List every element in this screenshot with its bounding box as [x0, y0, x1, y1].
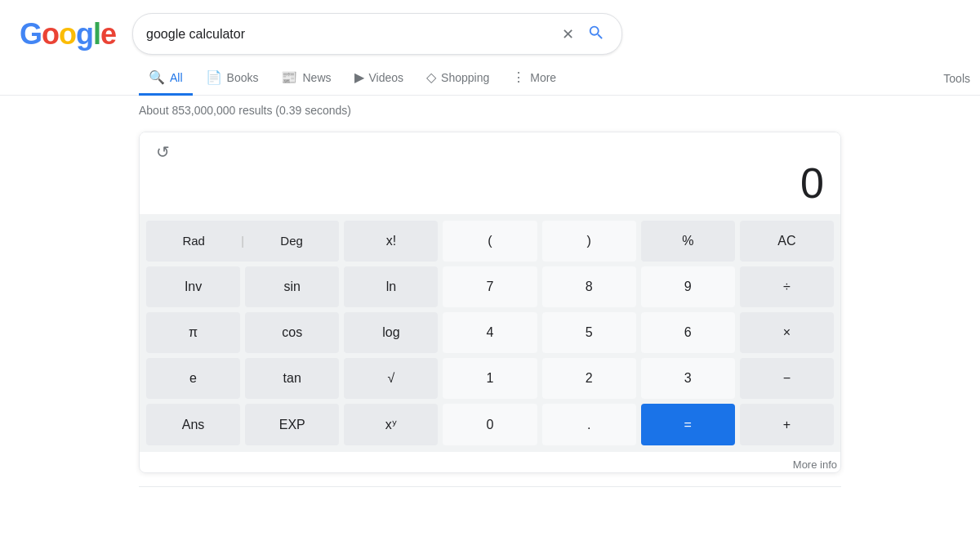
tab-books-label: Books	[227, 71, 259, 84]
calc-display: ↺ 0	[140, 132, 840, 214]
tab-videos[interactable]: ▶ Videos	[345, 61, 414, 96]
sqrt-button[interactable]: √	[344, 358, 438, 399]
cos-button[interactable]: cos	[245, 312, 339, 353]
divide-button[interactable]: ÷	[740, 266, 834, 307]
search-bar-wrapper: ✕	[132, 13, 622, 55]
factorial-button[interactable]: x!	[344, 221, 438, 262]
search-bar: ✕	[132, 13, 622, 55]
logo-letter-o1: o	[42, 17, 59, 51]
ac-button[interactable]: AC	[740, 221, 834, 262]
tools-tab[interactable]: Tools	[933, 64, 980, 93]
tab-more-label: More	[530, 71, 556, 84]
open-paren-button[interactable]: (	[443, 221, 537, 262]
two-button[interactable]: 2	[542, 358, 636, 399]
ln-button[interactable]: ln	[344, 266, 438, 307]
search-button[interactable]	[584, 20, 608, 47]
tab-shopping-label: Shopping	[441, 71, 489, 84]
e-button[interactable]: e	[146, 358, 240, 399]
nav-tabs: 🔍 All 📄 Books 📰 News ▶ Videos ◇ Shopping…	[0, 55, 980, 96]
dot-button[interactable]: .	[542, 404, 636, 445]
plus-button[interactable]: +	[740, 404, 834, 445]
all-icon: 🔍	[149, 69, 165, 85]
header: Google ✕	[0, 0, 980, 55]
google-logo[interactable]: Google	[20, 17, 116, 51]
close-paren-button[interactable]: )	[542, 221, 636, 262]
search-input[interactable]	[146, 27, 552, 42]
bottom-divider	[139, 486, 841, 487]
more-info[interactable]: More info	[140, 452, 840, 472]
more-info-label: More info	[793, 458, 837, 471]
pi-button[interactable]: π	[146, 312, 240, 353]
news-icon: 📰	[281, 69, 297, 85]
logo-letter-o2: o	[59, 17, 76, 51]
history-icon[interactable]: ↺	[156, 143, 170, 161]
six-button[interactable]: 6	[641, 312, 735, 353]
results-summary: About 853,000,000 results (0.39 seconds)	[139, 104, 351, 117]
videos-icon: ▶	[354, 69, 364, 85]
seven-button[interactable]: 7	[443, 266, 537, 307]
minus-button[interactable]: −	[740, 358, 834, 399]
tab-more[interactable]: ⋮ More	[502, 61, 566, 96]
one-button[interactable]: 1	[443, 358, 537, 399]
tab-books[interactable]: 📄 Books	[196, 61, 269, 96]
rad-deg-toggle[interactable]: Rad | Deg	[146, 221, 339, 262]
logo-letter-g2: g	[76, 17, 93, 51]
three-button[interactable]: 3	[641, 358, 735, 399]
percent-button[interactable]: %	[641, 221, 735, 262]
tan-button[interactable]: tan	[245, 358, 339, 399]
clear-icon[interactable]: ✕	[562, 25, 574, 43]
search-icon	[587, 24, 605, 42]
exp-button[interactable]: EXP	[245, 404, 339, 445]
books-icon: 📄	[206, 69, 222, 85]
calc-result: 0	[156, 162, 824, 208]
rad-button[interactable]: Rad	[146, 221, 241, 262]
sin-button[interactable]: sin	[245, 266, 339, 307]
calc-buttons: Rad | Deg x! ( ) % AC Inv sin ln 7 8 9 ÷…	[140, 214, 840, 452]
log-button[interactable]: log	[344, 312, 438, 353]
logo-letter-l: l	[93, 17, 100, 51]
logo-letter-g: G	[20, 17, 42, 51]
tab-all[interactable]: 🔍 All	[139, 61, 193, 96]
tab-videos-label: Videos	[369, 71, 404, 84]
inv-button[interactable]: Inv	[146, 266, 240, 307]
pow-button[interactable]: xʸ	[344, 404, 438, 445]
deg-button[interactable]: Deg	[244, 221, 339, 262]
tab-all-label: All	[170, 71, 183, 84]
tab-news[interactable]: 📰 News	[271, 61, 341, 96]
shopping-icon: ◇	[426, 69, 436, 85]
zero-button[interactable]: 0	[443, 404, 537, 445]
multiply-button[interactable]: ×	[740, 312, 834, 353]
tab-news-label: News	[302, 71, 331, 84]
logo-letter-e: e	[100, 17, 116, 51]
nine-button[interactable]: 9	[641, 266, 735, 307]
ans-button[interactable]: Ans	[146, 404, 240, 445]
four-button[interactable]: 4	[443, 312, 537, 353]
calculator-widget: ↺ 0 Rad | Deg x! ( ) % AC Inv sin ln 7 8…	[139, 132, 841, 473]
eight-button[interactable]: 8	[542, 266, 636, 307]
tab-shopping[interactable]: ◇ Shopping	[416, 61, 499, 96]
five-button[interactable]: 5	[542, 312, 636, 353]
more-icon: ⋮	[512, 69, 525, 85]
results-info: About 853,000,000 results (0.39 seconds)	[0, 96, 980, 125]
equals-button[interactable]: =	[641, 404, 735, 445]
